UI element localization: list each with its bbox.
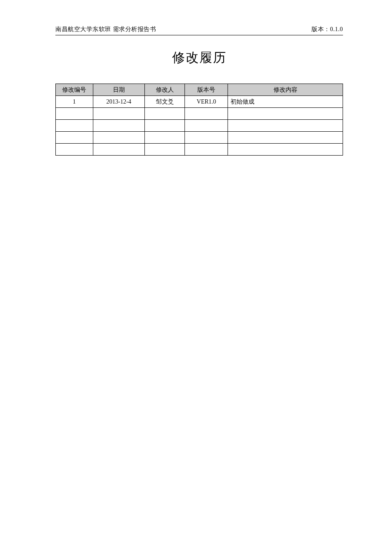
cell-date [93, 132, 144, 144]
table-header-row: 修改编号 日期 修改人 版本号 修改内容 [56, 84, 343, 96]
cell-date [93, 108, 144, 120]
cell-author [144, 108, 184, 120]
page-header: 南昌航空大学东软班 需求分析报告书 版本：0.1.0 [55, 26, 343, 35]
cell-content [228, 144, 343, 156]
cell-id [56, 144, 93, 156]
page-title: 修改履历 [55, 49, 343, 66]
cell-content [228, 132, 343, 144]
cell-author [144, 132, 184, 144]
table-row [56, 108, 343, 120]
header-version-text: 版本：0.1.0 [311, 26, 343, 33]
cell-date: 2013-12-4 [93, 96, 144, 108]
cell-author [144, 120, 184, 132]
cell-id [56, 108, 93, 120]
cell-date [93, 144, 144, 156]
table-row [56, 120, 343, 132]
table-row [56, 144, 343, 156]
cell-content [228, 108, 343, 120]
col-header-date: 日期 [93, 84, 144, 96]
cell-author [144, 144, 184, 156]
cell-version [185, 144, 228, 156]
col-header-author: 修改人 [144, 84, 184, 96]
col-header-content: 修改内容 [228, 84, 343, 96]
cell-version [185, 108, 228, 120]
table-row [56, 132, 343, 144]
table-row: 1 2013-12-4 邹文爻 VER1.0 初始做成 [56, 96, 343, 108]
cell-version [185, 120, 228, 132]
col-header-id: 修改编号 [56, 84, 93, 96]
cell-id [56, 132, 93, 144]
header-left-text: 南昌航空大学东软班 需求分析报告书 [55, 26, 156, 33]
revision-history-table: 修改编号 日期 修改人 版本号 修改内容 1 2013-12-4 邹文爻 VER… [55, 84, 343, 156]
cell-content [228, 120, 343, 132]
cell-date [93, 120, 144, 132]
cell-content: 初始做成 [228, 96, 343, 108]
cell-id [56, 120, 93, 132]
cell-id: 1 [56, 96, 93, 108]
cell-author: 邹文爻 [144, 96, 184, 108]
cell-version [185, 132, 228, 144]
document-page: 南昌航空大学东软班 需求分析报告书 版本：0.1.0 修改履历 修改编号 日期 … [0, 0, 392, 181]
col-header-version: 版本号 [185, 84, 228, 96]
cell-version: VER1.0 [185, 96, 228, 108]
